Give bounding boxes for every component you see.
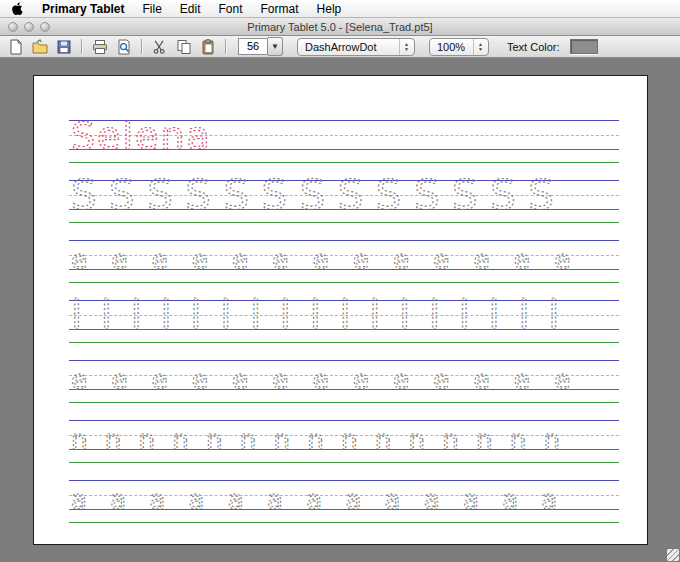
- menu-item-file[interactable]: File: [142, 2, 161, 16]
- practice-row-e2: e e e e e e e e e e e e e: [69, 360, 619, 403]
- font-size-combo[interactable]: 56 ▼: [238, 37, 283, 56]
- text-color-label: Text Color:: [507, 41, 560, 53]
- app-window: Primary Tablet File Edit Font Format Hel…: [0, 0, 680, 562]
- guide-top-line: [69, 420, 619, 421]
- text-color-swatch[interactable]: [570, 39, 598, 54]
- toolbar-separator: [141, 39, 143, 54]
- trace-text: e e e e e e e e e e e e e: [71, 245, 578, 275]
- practice-row-S: S S S S S S S S S S S S S: [69, 180, 619, 223]
- letter-style-value: DashArrowDot: [305, 41, 393, 53]
- apple-logo-icon: [12, 2, 24, 15]
- practice-row-name: Selena: [69, 120, 619, 163]
- guide-mid-line: [69, 135, 619, 136]
- guide-mid-line: [69, 435, 619, 436]
- cut-scissors-icon: [152, 39, 168, 55]
- guide-base-line: [69, 209, 619, 210]
- zoom-select[interactable]: 100% ▲ ▼: [429, 38, 489, 56]
- paste-button[interactable]: [198, 38, 218, 56]
- new-document-button[interactable]: [6, 38, 26, 56]
- save-floppy-icon: [56, 39, 72, 55]
- guide-descender-line: [69, 162, 619, 163]
- guide-descender-line: [69, 342, 619, 343]
- guide-descender-line: [69, 522, 619, 523]
- save-button[interactable]: [54, 38, 74, 56]
- font-size-value[interactable]: 56: [238, 38, 268, 55]
- guide-top-line: [69, 360, 619, 361]
- letter-style-select[interactable]: DashArrowDot ▲ ▼: [297, 38, 415, 56]
- trace-text: n n n n n n n n n n n n n n n: [71, 425, 564, 455]
- document-area: Selena S S S S S S S S S S S S S e e e e…: [0, 58, 680, 562]
- print-preview-button[interactable]: [114, 38, 134, 56]
- guide-mid-line: [69, 255, 619, 256]
- worksheet-page[interactable]: Selena S S S S S S S S S S S S S e e e e…: [33, 75, 648, 545]
- practice-row-n: n n n n n n n n n n n n n n n: [69, 420, 619, 463]
- guide-descender-line: [69, 222, 619, 223]
- practice-row-e1: e e e e e e e e e e e e e: [69, 240, 619, 283]
- guide-top-line: [69, 240, 619, 241]
- practice-row-l: l l l l l l l l l l l l l l l l l: [69, 300, 619, 343]
- window-title: Primary Tablet 5.0 - [Selena_Trad.pt5]: [0, 18, 680, 36]
- print-button[interactable]: [90, 38, 110, 56]
- menu-bar: Primary Tablet File Edit Font Format Hel…: [0, 0, 680, 18]
- guide-base-line: [69, 509, 619, 510]
- toolbar: 56 ▼ DashArrowDot ▲ ▼ 100% ▲ ▼ Text Colo…: [0, 36, 680, 58]
- guide-base-line: [69, 389, 619, 390]
- guide-base-line: [69, 149, 619, 150]
- trace-text: e e e e e e e e e e e e e: [71, 365, 578, 395]
- menu-item-edit[interactable]: Edit: [180, 2, 201, 16]
- guide-descender-line: [69, 462, 619, 463]
- menu-item-font[interactable]: Font: [219, 2, 243, 16]
- menu-item-help[interactable]: Help: [317, 2, 342, 16]
- menu-item-format[interactable]: Format: [261, 2, 299, 16]
- zoom-value: 100%: [437, 41, 467, 53]
- guide-base-line: [69, 449, 619, 450]
- guide-top-line: [69, 300, 619, 301]
- title-bar[interactable]: Primary Tablet 5.0 - [Selena_Trad.pt5]: [0, 18, 680, 36]
- stepper-icon: ▲ ▼: [473, 39, 487, 55]
- guide-descender-line: [69, 402, 619, 403]
- copy-button[interactable]: [174, 38, 194, 56]
- toolbar-separator: [225, 39, 227, 54]
- open-folder-icon: [32, 39, 48, 55]
- arrow-down-icon: ▼: [478, 47, 483, 52]
- paste-clipboard-icon: [200, 39, 216, 55]
- guide-mid-line: [69, 195, 619, 196]
- arrow-down-icon: ▼: [404, 47, 409, 52]
- print-preview-icon: [116, 39, 132, 55]
- guide-top-line: [69, 480, 619, 481]
- guide-base-line: [69, 329, 619, 330]
- apple-icon[interactable]: [12, 2, 24, 15]
- open-button[interactable]: [30, 38, 50, 56]
- trace-text: a a a a a a a a a a a a a: [71, 485, 565, 515]
- guide-mid-line: [69, 375, 619, 376]
- guide-descender-line: [69, 282, 619, 283]
- guide-mid-line: [69, 315, 619, 316]
- toolbar-separator: [81, 39, 83, 54]
- practice-row-a: a a a a a a a a a a a a a: [69, 480, 619, 523]
- stepper-icon: ▲ ▼: [399, 39, 413, 55]
- guide-top-line: [69, 120, 619, 121]
- print-icon: [92, 39, 108, 55]
- window-resize-grip[interactable]: [667, 549, 679, 561]
- guide-base-line: [69, 269, 619, 270]
- cut-button[interactable]: [150, 38, 170, 56]
- guide-top-line: [69, 180, 619, 181]
- guide-mid-line: [69, 495, 619, 496]
- new-document-icon: [8, 39, 24, 55]
- menu-item-app[interactable]: Primary Tablet: [42, 2, 124, 16]
- chevron-down-icon[interactable]: ▼: [268, 37, 283, 56]
- copy-icon: [176, 39, 192, 55]
